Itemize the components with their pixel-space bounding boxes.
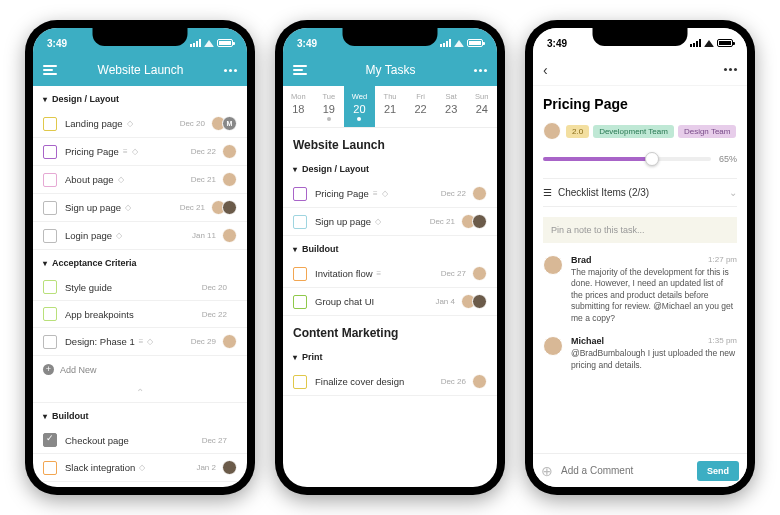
menu-icon[interactable] <box>293 65 307 75</box>
slider-thumb[interactable] <box>645 152 659 166</box>
task-row[interactable]: Sign up page◇Dec 21 <box>33 194 247 222</box>
calendar-day[interactable]: Thu21 <box>375 86 406 127</box>
task-row[interactable]: App breakpointsDec 22 <box>33 301 247 328</box>
more-icon[interactable] <box>724 68 737 71</box>
more-icon[interactable] <box>474 69 487 72</box>
comments: Brad1:27 pmThe majority of the developme… <box>543 255 737 371</box>
add-new-button[interactable]: +Add New <box>33 356 247 383</box>
section-header[interactable]: ▾Buildout <box>283 236 497 260</box>
task-label[interactable]: Sign up page◇ <box>315 216 422 227</box>
task-label[interactable]: Group chat UI <box>315 296 427 307</box>
task-checkbox[interactable] <box>43 280 57 294</box>
task-label[interactable]: Checkout page <box>65 435 194 446</box>
task-label[interactable]: About page◇ <box>65 174 183 185</box>
section-header[interactable]: ▾Acceptance Criteria <box>33 250 247 274</box>
avatar[interactable] <box>222 334 237 349</box>
phone-2: 3:49 My Tasks Mon18Tue19Wed20Thu21Fri22S… <box>275 20 505 495</box>
tag[interactable]: 2.0 <box>566 125 589 138</box>
calendar-day[interactable]: Sat23 <box>436 86 467 127</box>
task-date: Dec 27 <box>441 269 466 278</box>
section-header[interactable]: ▾Print <box>283 344 497 368</box>
day-name: Fri <box>405 92 436 101</box>
collapse-icon[interactable]: ⌃ <box>33 383 247 403</box>
task-label[interactable]: Pricing Page≡◇ <box>315 188 433 199</box>
task-checkbox[interactable] <box>293 215 307 229</box>
task-label[interactable]: Slack integration◇ <box>65 462 188 473</box>
task-checkbox[interactable] <box>43 145 57 159</box>
task-row[interactable]: Pricing Page≡◇Dec 22 <box>283 180 497 208</box>
task-checkbox[interactable] <box>293 267 307 281</box>
section-header[interactable]: ▾Design / Layout <box>283 156 497 180</box>
avatar[interactable] <box>543 255 563 275</box>
pin-note-input[interactable]: Pin a note to this task... <box>543 217 737 243</box>
calendar-day[interactable]: Wed20 <box>344 86 375 127</box>
task-row[interactable]: Sign up page◇Dec 21 <box>283 208 497 236</box>
task-checkbox[interactable] <box>293 187 307 201</box>
task-checkbox[interactable] <box>43 461 57 475</box>
avatar[interactable] <box>222 460 237 475</box>
task-row[interactable]: Slack integration◇Jan 2 <box>33 454 247 482</box>
task-checkbox[interactable] <box>293 295 307 309</box>
task-label[interactable]: App breakpoints <box>65 309 194 320</box>
task-row[interactable]: Finalize cover designDec 26 <box>283 368 497 396</box>
avatar[interactable] <box>222 200 237 215</box>
tag[interactable]: Development Team <box>593 125 674 138</box>
more-icon[interactable] <box>224 69 237 72</box>
task-label[interactable]: Pricing Page≡◇ <box>65 146 183 157</box>
calendar-day[interactable]: Sun24 <box>466 86 497 127</box>
calendar-day[interactable]: Tue19 <box>314 86 345 127</box>
task-checkbox[interactable] <box>293 375 307 389</box>
task-label[interactable]: Sign up page◇ <box>65 202 172 213</box>
task-label[interactable]: Landing page◇ <box>65 118 172 129</box>
back-icon[interactable]: ‹ <box>543 62 548 78</box>
task-label[interactable]: Style guide <box>65 282 194 293</box>
avatar[interactable] <box>543 336 563 356</box>
calendar-day[interactable]: Fri22 <box>405 86 436 127</box>
task-row[interactable]: Invitation flow≡Dec 27 <box>283 260 497 288</box>
task-row[interactable]: About page◇Dec 21 <box>33 166 247 194</box>
calendar-day[interactable]: Mon18 <box>283 86 314 127</box>
task-row[interactable]: Style guideDec 20 <box>33 274 247 301</box>
avatar[interactable] <box>222 228 237 243</box>
section-header[interactable]: ▾Design / Layout <box>33 86 247 110</box>
section-header[interactable]: ▾Buildout <box>33 403 247 427</box>
task-label[interactable]: Design: Phase 1≡◇ <box>65 336 183 347</box>
avatar[interactable] <box>472 374 487 389</box>
comment-input[interactable] <box>561 465 689 476</box>
task-row[interactable]: Group chat UIJan 4 <box>283 288 497 316</box>
task-label[interactable]: Finalize cover design <box>315 376 433 387</box>
avatar[interactable] <box>222 144 237 159</box>
task-checkbox[interactable] <box>43 307 57 321</box>
task-checkbox[interactable] <box>43 117 57 131</box>
avatar[interactable] <box>472 294 487 309</box>
detail-body[interactable]: Pricing Page 2.0Development TeamDesign T… <box>533 86 747 453</box>
progress-slider[interactable] <box>543 157 711 161</box>
task-checkbox[interactable] <box>43 173 57 187</box>
task-row[interactable]: Design: Phase 1≡◇Dec 29 <box>33 328 247 356</box>
send-button[interactable]: Send <box>697 461 739 481</box>
avatar[interactable] <box>472 266 487 281</box>
task-avatars <box>226 460 237 475</box>
task-row[interactable]: Landing page◇Dec 20M <box>33 110 247 138</box>
menu-icon[interactable] <box>43 65 57 75</box>
task-checkbox[interactable] <box>43 433 57 447</box>
checklist-toggle[interactable]: ☰Checklist Items (2/3) ⌄ <box>543 178 737 207</box>
tag[interactable]: Design Team <box>678 125 737 138</box>
avatar[interactable]: M <box>222 116 237 131</box>
avatar[interactable] <box>472 214 487 229</box>
task-row[interactable]: Checkout pageDec 27 <box>33 427 247 454</box>
task-row[interactable]: Login page◇Jan 11 <box>33 222 247 250</box>
task-list[interactable]: ▾Design / LayoutLanding page◇Dec 20MPric… <box>33 86 247 487</box>
task-label[interactable]: Invitation flow≡ <box>315 268 433 279</box>
task-row[interactable]: Pricing Page≡◇Dec 22 <box>33 138 247 166</box>
add-attachment-icon[interactable]: ⊕ <box>541 463 553 479</box>
task-avatars <box>226 172 237 187</box>
task-checkbox[interactable] <box>43 201 57 215</box>
task-list[interactable]: Website Launch▾Design / LayoutPricing Pa… <box>283 128 497 483</box>
task-label[interactable]: Login page◇ <box>65 230 184 241</box>
task-checkbox[interactable] <box>43 229 57 243</box>
task-checkbox[interactable] <box>43 335 57 349</box>
avatar[interactable] <box>472 186 487 201</box>
avatar[interactable] <box>222 172 237 187</box>
assignee-avatar[interactable] <box>543 122 561 140</box>
